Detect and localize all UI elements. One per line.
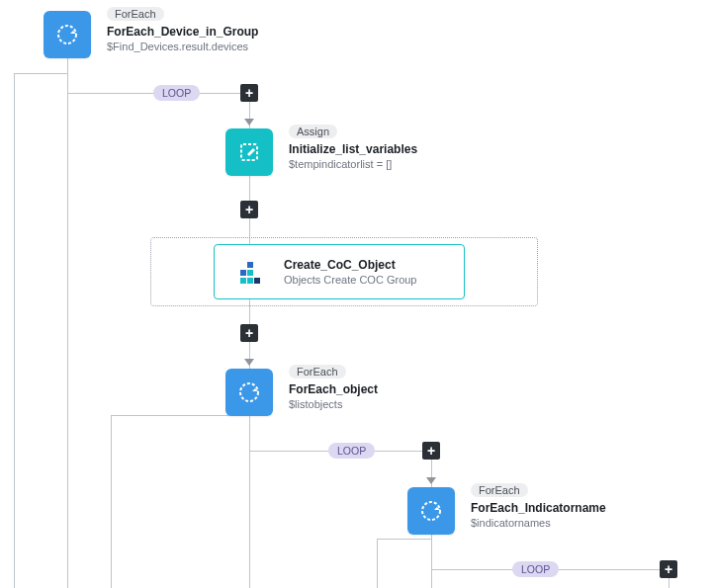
svg-point-9	[422, 502, 440, 520]
loop-icon	[418, 498, 444, 524]
add-step-button[interactable]: +	[240, 84, 258, 102]
node-title: ForEach_Indicatorname	[471, 501, 606, 515]
node-label-foreach-object: ForEach ForEach_object $listobjects	[289, 365, 378, 410]
connector	[67, 57, 68, 588]
node-create-coc[interactable]: Create_CoC_Object Objects Create COC Gro…	[214, 244, 465, 299]
node-type-pill: ForEach	[289, 365, 346, 378]
node-subtitle: Objects Create COC Group	[284, 274, 417, 286]
arrow-icon	[426, 477, 436, 484]
loop-badge: LOOP	[153, 85, 200, 101]
node-title: Create_CoC_Object	[284, 258, 417, 272]
node-type-pill: ForEach	[107, 7, 164, 21]
arrow-icon	[244, 359, 254, 366]
svg-rect-6	[247, 278, 253, 284]
node-subtitle: $indicatornames	[471, 517, 606, 529]
node-type-pill: Assign	[289, 125, 337, 138]
connector	[14, 73, 67, 74]
node-subtitle: $listobjects	[289, 398, 378, 410]
add-step-button[interactable]: +	[422, 442, 440, 460]
node-foreach-indicator[interactable]	[407, 487, 455, 535]
add-step-button[interactable]: +	[660, 560, 677, 578]
svg-rect-5	[240, 278, 246, 284]
node-type-pill: ForEach	[471, 483, 528, 497]
objects-icon	[230, 252, 270, 292]
connector	[377, 539, 431, 540]
node-title: Initialize_list_variables	[289, 142, 417, 156]
node-foreach-device[interactable]	[44, 11, 91, 58]
svg-rect-2	[247, 262, 253, 268]
node-subtitle: $tempindicatorlist = []	[289, 158, 417, 170]
svg-rect-4	[247, 270, 253, 276]
connector	[249, 415, 250, 588]
assign-icon	[237, 140, 261, 164]
svg-rect-7	[254, 278, 260, 284]
loop-icon	[236, 379, 262, 405]
connector	[111, 415, 112, 588]
svg-point-8	[240, 383, 258, 401]
node-subtitle: $Find_Devices.result.devices	[107, 41, 258, 52]
node-label-foreach-device: ForEach ForEach_Device_in_Group $Find_De…	[107, 7, 258, 52]
loop-icon	[54, 22, 80, 47]
svg-point-0	[58, 26, 76, 43]
connector	[377, 539, 378, 588]
node-label-foreach-indicator: ForEach ForEach_Indicatorname $indicator…	[471, 483, 606, 529]
node-label-initialize: Assign Initialize_list_variables $tempin…	[289, 125, 417, 170]
arrow-icon	[244, 119, 254, 126]
add-step-button[interactable]: +	[240, 324, 258, 342]
node-title: ForEach_object	[289, 382, 378, 396]
svg-rect-3	[240, 270, 246, 276]
connector	[14, 73, 15, 588]
loop-badge: LOOP	[328, 443, 375, 459]
node-title: ForEach_Device_in_Group	[107, 25, 258, 39]
workflow-canvas[interactable]: ForEach ForEach_Device_in_Group $Find_De…	[0, 0, 714, 588]
add-step-button[interactable]: +	[240, 201, 258, 218]
node-foreach-object[interactable]	[225, 369, 273, 416]
node-initialize[interactable]	[225, 128, 273, 176]
loop-badge: LOOP	[512, 561, 559, 577]
